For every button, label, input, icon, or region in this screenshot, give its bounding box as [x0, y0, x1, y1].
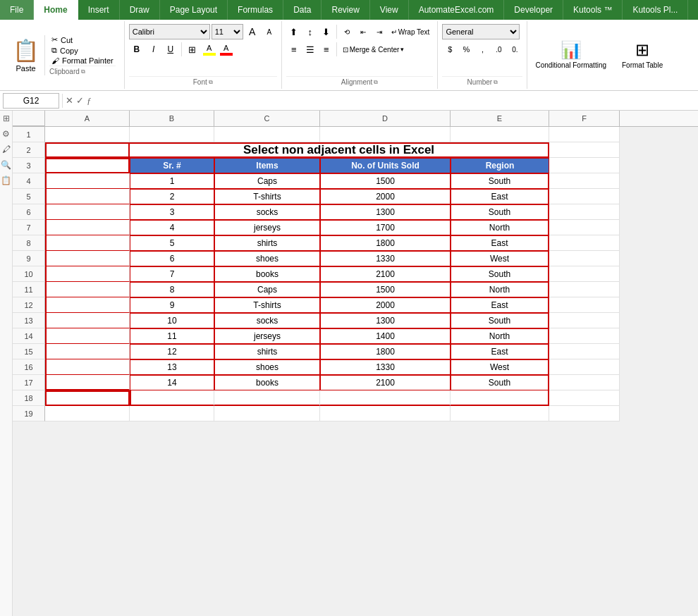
- decrease-decimal-button[interactable]: 0.: [507, 42, 522, 57]
- cell-C6[interactable]: socks: [214, 204, 320, 220]
- increase-decimal-button[interactable]: .0: [491, 42, 506, 57]
- cell-D4[interactable]: 1500: [320, 173, 451, 189]
- tab-automateexcel[interactable]: AutomateExcel.com: [409, 0, 505, 20]
- cell-reference-box[interactable]: [3, 93, 59, 109]
- formula-input[interactable]: [94, 93, 696, 109]
- cell-F12[interactable]: [549, 297, 620, 313]
- sidebar-icon-1[interactable]: ⊞: [3, 113, 10, 123]
- sidebar-icon-5[interactable]: 📋: [1, 175, 11, 185]
- clipboard-expand-icon[interactable]: ⧉: [81, 68, 85, 75]
- cell-F8[interactable]: [549, 235, 620, 251]
- cell-D5[interactable]: 2000: [320, 189, 451, 204]
- cell-C19[interactable]: [214, 406, 320, 421]
- align-right-button[interactable]: ≡: [319, 42, 334, 57]
- cell-F15[interactable]: [549, 344, 620, 359]
- cell-E10[interactable]: South: [451, 266, 549, 282]
- cancel-formula-icon[interactable]: ✕: [66, 95, 73, 106]
- cell-B4[interactable]: 1: [130, 173, 214, 189]
- cell-A13[interactable]: [45, 313, 130, 328]
- cell-E18[interactable]: [451, 390, 549, 406]
- cell-A1[interactable]: [45, 127, 130, 142]
- copy-button[interactable]: ⧉ Copy: [49, 45, 116, 56]
- font-color-button[interactable]: A: [219, 42, 234, 57]
- cell-E16[interactable]: West: [451, 359, 549, 375]
- cell-F2[interactable]: [549, 142, 620, 158]
- cell-F13[interactable]: [549, 313, 620, 328]
- cell-D10[interactable]: 2100: [320, 266, 451, 282]
- cell-B19[interactable]: [130, 406, 214, 421]
- cell-B3[interactable]: Sr. #: [130, 158, 214, 173]
- format-table-button[interactable]: ⊞ Format Table: [614, 21, 671, 89]
- row-header-7[interactable]: 7: [13, 220, 45, 235]
- cell-C1[interactable]: [214, 127, 320, 142]
- cell-C4[interactable]: Caps: [214, 173, 320, 189]
- indent-decrease-button[interactable]: ⇤: [355, 24, 371, 39]
- row-header-11[interactable]: 11: [13, 282, 45, 297]
- fill-color-button[interactable]: A: [202, 42, 217, 57]
- cell-E4[interactable]: South: [451, 173, 549, 189]
- cell-C10[interactable]: books: [214, 266, 320, 282]
- tab-kutools[interactable]: Kutools ™: [563, 0, 623, 20]
- cell-A7[interactable]: [45, 220, 130, 235]
- cell-E19[interactable]: [451, 406, 549, 421]
- tab-insert[interactable]: Insert: [78, 0, 120, 20]
- cell-B11[interactable]: 8: [130, 282, 214, 297]
- cell-D18[interactable]: [320, 390, 451, 406]
- cell-F17[interactable]: [549, 375, 620, 390]
- merge-dropdown-icon[interactable]: ▾: [400, 46, 404, 53]
- align-center-button[interactable]: ☰: [302, 42, 318, 57]
- cell-B12[interactable]: 9: [130, 297, 214, 313]
- decrease-font-button[interactable]: A: [262, 24, 277, 39]
- tab-file[interactable]: File: [0, 0, 34, 20]
- tab-draw[interactable]: Draw: [120, 0, 160, 20]
- cell-A18[interactable]: [45, 390, 130, 406]
- cell-F16[interactable]: [549, 359, 620, 375]
- cell-A14[interactable]: [45, 328, 130, 344]
- row-header-18[interactable]: 18: [13, 390, 45, 406]
- cell-B1[interactable]: [130, 127, 214, 142]
- merge-center-button[interactable]: ⊡ Merge & Center ▾: [339, 42, 434, 57]
- cell-C9[interactable]: shoes: [214, 251, 320, 266]
- col-header-C[interactable]: C: [214, 111, 320, 126]
- cell-F6[interactable]: [549, 204, 620, 220]
- align-bottom-button[interactable]: ⬇: [319, 24, 334, 39]
- cell-C18[interactable]: [214, 390, 320, 406]
- cell-E14[interactable]: North: [451, 328, 549, 344]
- cell-E1[interactable]: [451, 127, 549, 142]
- cell-B6[interactable]: 3: [130, 204, 214, 220]
- cell-A5[interactable]: [45, 189, 130, 204]
- cell-F1[interactable]: [549, 127, 620, 142]
- cell-D11[interactable]: 1500: [320, 282, 451, 297]
- cell-D3[interactable]: No. of Units Sold: [320, 158, 451, 173]
- tab-data[interactable]: Data: [283, 0, 322, 20]
- cell-B7[interactable]: 4: [130, 220, 214, 235]
- tab-page-layout[interactable]: Page Layout: [160, 0, 228, 20]
- cell-E13[interactable]: South: [451, 313, 549, 328]
- cell-D1[interactable]: [320, 127, 451, 142]
- cell-C14[interactable]: jerseys: [214, 328, 320, 344]
- cell-C3[interactable]: Items: [214, 158, 320, 173]
- row-header-9[interactable]: 9: [13, 251, 45, 266]
- cell-E9[interactable]: West: [451, 251, 549, 266]
- cell-F4[interactable]: [549, 173, 620, 189]
- row-header-19[interactable]: 19: [13, 406, 45, 421]
- cell-A6[interactable]: [45, 204, 130, 220]
- cell-C15[interactable]: shirts: [214, 344, 320, 359]
- cell-A11[interactable]: [45, 282, 130, 297]
- col-header-A[interactable]: A: [45, 111, 130, 126]
- insert-function-icon[interactable]: ƒ: [87, 95, 92, 106]
- indent-increase-button[interactable]: ⇥: [372, 24, 387, 39]
- col-header-D[interactable]: D: [320, 111, 451, 126]
- cell-C13[interactable]: socks: [214, 313, 320, 328]
- row-header-13[interactable]: 13: [13, 313, 45, 328]
- font-expand-icon[interactable]: ⧉: [209, 79, 213, 86]
- cell-A3[interactable]: [45, 158, 130, 173]
- cell-A4[interactable]: [45, 173, 130, 189]
- cell-B10[interactable]: 7: [130, 266, 214, 282]
- cell-C16[interactable]: shoes: [214, 359, 320, 375]
- bold-button[interactable]: B: [129, 42, 145, 57]
- cell-C11[interactable]: Caps: [214, 282, 320, 297]
- cell-D19[interactable]: [320, 406, 451, 421]
- row-header-2[interactable]: 2: [13, 142, 45, 158]
- cell-E8[interactable]: East: [451, 235, 549, 251]
